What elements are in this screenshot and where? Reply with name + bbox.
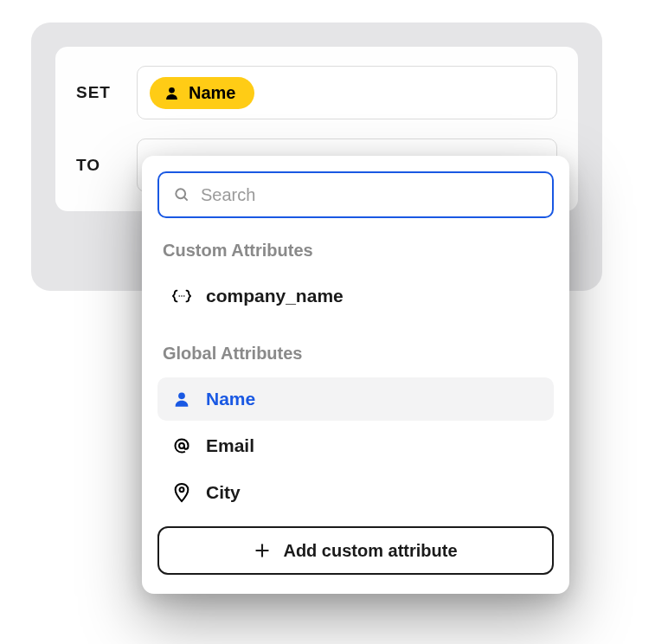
set-row: SET Name <box>76 66 557 119</box>
to-label: TO <box>76 156 118 175</box>
option-label: Name <box>206 389 255 409</box>
attribute-chip[interactable]: Name <box>150 77 254 109</box>
search-input[interactable] <box>201 185 538 205</box>
svg-point-8 <box>180 487 184 492</box>
person-icon <box>164 85 180 101</box>
option-email[interactable]: Email <box>157 424 554 467</box>
svg-point-6 <box>178 392 185 399</box>
svg-point-1 <box>176 189 185 198</box>
search-icon <box>173 186 190 203</box>
braces-icon <box>171 288 192 304</box>
option-name[interactable]: Name <box>157 377 554 421</box>
add-button-label: Add custom attribute <box>283 541 457 561</box>
set-field[interactable]: Name <box>137 66 557 119</box>
option-label: City <box>206 482 241 503</box>
person-icon <box>171 390 192 409</box>
svg-point-0 <box>169 87 175 93</box>
svg-point-4 <box>181 295 183 297</box>
plus-icon <box>254 542 271 559</box>
svg-point-3 <box>178 295 180 297</box>
option-company-name[interactable]: company_name <box>157 274 554 318</box>
global-attributes-title: Global Attributes <box>163 344 549 364</box>
at-icon <box>171 436 192 455</box>
option-label: Email <box>206 435 254 456</box>
set-label: SET <box>76 83 118 102</box>
search-box[interactable] <box>157 171 554 218</box>
svg-line-2 <box>184 197 188 201</box>
chip-label: Name <box>189 83 235 103</box>
pin-icon <box>171 482 192 503</box>
option-label: company_name <box>206 286 344 306</box>
svg-point-5 <box>183 295 185 297</box>
add-custom-attribute-button[interactable]: Add custom attribute <box>157 526 554 575</box>
custom-attributes-title: Custom Attributes <box>163 241 549 261</box>
attribute-dropdown: Custom Attributes company_name Global At… <box>142 156 569 594</box>
option-city[interactable]: City <box>157 471 554 514</box>
